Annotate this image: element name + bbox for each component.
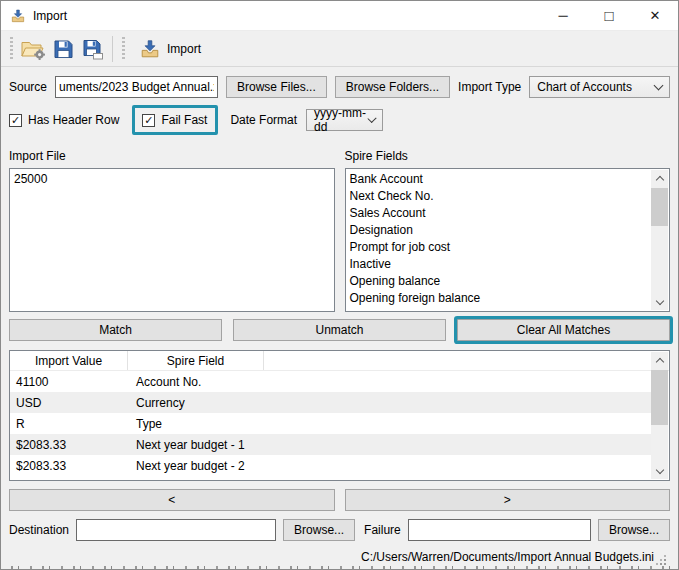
import-button[interactable]: Import (130, 35, 210, 63)
import-file-panel: Import File 25000 (9, 149, 335, 312)
failure-input[interactable] (408, 519, 591, 541)
list-item[interactable]: Inactive (346, 256, 670, 273)
failure-label: Failure (364, 523, 401, 537)
table-row[interactable]: USDCurrency (10, 392, 651, 413)
fail-fast-highlight: ✓ Fail Fast (132, 105, 218, 135)
chevron-down-icon (655, 296, 663, 304)
spire-field-cell: Type (128, 417, 162, 431)
scrollbar-thumb[interactable] (651, 370, 668, 425)
table-row[interactable]: RType (10, 413, 651, 434)
chevron-down-icon (654, 80, 664, 90)
source-row: Source Browse Files... Browse Folders...… (9, 76, 670, 98)
date-format-label: Date Format (230, 113, 297, 127)
list-item[interactable]: Prompt for job cost (346, 239, 670, 256)
spire-fields-label: Spire Fields (345, 149, 671, 163)
table-body: 41100Account No.USDCurrencyRType$2083.33… (10, 371, 669, 476)
list-item[interactable]: Sales Account (346, 205, 670, 222)
browse-failure-button[interactable]: Browse... (598, 519, 670, 541)
spire-field-cell: Currency (128, 396, 185, 410)
save-as-icon (81, 37, 105, 61)
list-item[interactable]: Designation (346, 222, 670, 239)
next-page-button[interactable]: > (345, 489, 671, 511)
resize-grip-icon[interactable] (664, 563, 666, 565)
fail-fast-checkbox[interactable]: ✓ Fail Fast (142, 113, 207, 127)
spire-field-cell: Next year budget - 2 (128, 459, 245, 473)
scroll-down-button[interactable] (651, 293, 668, 310)
import-type-dropdown[interactable]: Chart of Accounts (529, 76, 670, 98)
import-file-label: Import File (9, 149, 335, 163)
source-input[interactable] (55, 76, 218, 98)
options-row: ✓ Has Header Row ✓ Fail Fast Date Format… (9, 103, 670, 137)
has-header-row-checkbox[interactable]: ✓ Has Header Row (9, 113, 119, 127)
browse-files-button[interactable]: Browse Files... (226, 76, 327, 98)
unmatch-button[interactable]: Unmatch (233, 319, 446, 341)
scroll-up-button[interactable] (651, 352, 668, 369)
import-button-label: Import (167, 42, 201, 56)
list-item[interactable]: Opening balance (346, 273, 670, 290)
destination-input[interactable] (76, 519, 276, 541)
scroll-down-button[interactable] (651, 462, 668, 479)
match-actions: Match Unmatch Clear All Matches (9, 319, 670, 341)
browse-folders-button[interactable]: Browse Folders... (335, 76, 450, 98)
list-item[interactable]: Opening foreign balance (346, 290, 670, 307)
toolbar: Import (1, 31, 678, 67)
spire-field-cell: Next year budget - 1 (128, 438, 245, 452)
import-value-cell: R (10, 417, 128, 431)
toolbar-drag-handle[interactable] (10, 37, 13, 61)
date-format-dropdown[interactable]: yyyy-mm-dd (306, 109, 383, 131)
import-icon (139, 38, 161, 60)
chevron-down-icon (655, 465, 663, 473)
import-type-label: Import Type (458, 80, 521, 94)
clear-all-matches-button[interactable]: Clear All Matches (457, 319, 670, 341)
output-row: Destination Browse... Failure Browse... (9, 519, 670, 541)
import-value-cell: $2083.33 (10, 459, 128, 473)
import-window-icon (10, 8, 26, 24)
match-button[interactable]: Match (9, 319, 222, 341)
background-window-sliver (11, 566, 674, 569)
table-scrollbar[interactable] (651, 352, 668, 479)
window-title: Import (33, 9, 67, 23)
spire-fields-panel: Spire Fields Bank AccountNext Check No.S… (345, 149, 671, 312)
save-as-button[interactable] (78, 35, 108, 63)
save-button[interactable] (48, 35, 78, 63)
import-type-value: Chart of Accounts (537, 80, 632, 94)
spire-fields-list[interactable]: Bank AccountNext Check No.Sales AccountD… (345, 168, 671, 312)
toolbar-separator (112, 36, 113, 62)
chevron-up-icon (655, 176, 663, 184)
has-header-row-label: Has Header Row (28, 113, 119, 127)
mapping-table: Import Value Spire Field 41100Account No… (9, 350, 670, 481)
import-file-list[interactable]: 25000 (9, 168, 335, 312)
close-button[interactable]: ✕ (632, 1, 678, 30)
list-item[interactable]: 25000 (10, 171, 334, 188)
spire-fields-scrollbar[interactable] (651, 170, 668, 310)
import-value-cell: $2083.33 (10, 438, 128, 452)
table-row[interactable]: $2083.33Next year budget - 1 (10, 434, 651, 455)
page-navigation: < > (9, 489, 670, 511)
spire-field-header[interactable]: Spire Field (128, 351, 264, 370)
dialog-body: Source Browse Files... Browse Folders...… (1, 67, 678, 569)
list-item[interactable]: Next Check No. (346, 188, 670, 205)
maximize-button[interactable]: □ (586, 1, 632, 30)
scrollbar-track[interactable] (651, 187, 668, 293)
table-row[interactable]: 41100Account No. (10, 371, 651, 392)
folder-gear-icon (20, 37, 46, 61)
status-path: C:/Users/Warren/Documents/Import Annual … (361, 550, 654, 564)
import-value-cell: USD (10, 396, 128, 410)
titlebar: Import ─ □ ✕ (1, 1, 678, 31)
scrollbar-track[interactable] (651, 369, 668, 462)
scrollbar-thumb[interactable] (651, 188, 668, 226)
destination-label: Destination (9, 523, 69, 537)
browse-destination-button[interactable]: Browse... (283, 519, 355, 541)
previous-page-button[interactable]: < (9, 489, 335, 511)
checkbox-checked-icon: ✓ (9, 114, 22, 127)
toolbar-drag-handle[interactable] (122, 37, 125, 61)
scroll-up-button[interactable] (651, 170, 668, 187)
fail-fast-label: Fail Fast (161, 113, 207, 127)
open-settings-button[interactable] (18, 35, 48, 63)
window-controls: ─ □ ✕ (540, 1, 678, 30)
table-row[interactable]: $2083.33Next year budget - 2 (10, 455, 651, 476)
minimize-button[interactable]: ─ (540, 1, 586, 30)
import-value-header[interactable]: Import Value (10, 351, 128, 370)
list-item[interactable]: Bank Account (346, 171, 670, 188)
checkbox-checked-icon: ✓ (142, 114, 155, 127)
